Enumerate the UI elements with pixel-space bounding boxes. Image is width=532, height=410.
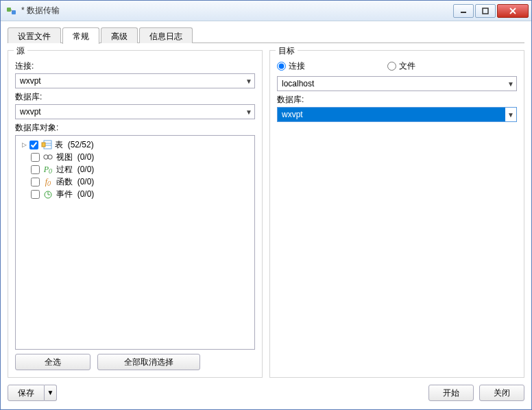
source-connection-input[interactable] <box>16 74 243 88</box>
events-label: 事件 <box>56 189 73 200</box>
tab-panel-general: 源 连接: ▼ 数据库: ▼ 数据库对象: <box>8 43 524 378</box>
chevron-down-icon: ▼ <box>505 111 516 119</box>
source-database-input[interactable] <box>16 105 243 119</box>
proc-icon: P() <box>43 164 53 175</box>
save-dropdown-button[interactable]: ▼ <box>45 385 57 401</box>
tables-checkbox[interactable] <box>29 141 38 149</box>
radio-connection[interactable]: 连接 <box>277 60 305 72</box>
tab-settings-file[interactable]: 设置文件 <box>8 27 61 43</box>
chevron-down-icon: ▼ <box>505 80 516 88</box>
app-icon <box>6 5 17 16</box>
radio-file-input[interactable] <box>387 62 396 71</box>
procs-count: (0/0) <box>77 165 95 174</box>
events-count: (0/0) <box>77 189 95 199</box>
funcs-label: 函数 <box>56 176 73 188</box>
window-title: * 数据传输 <box>21 5 452 16</box>
window: * 数据传输 设置文件 常规 高级 信息日志 源 连接: ▼ <box>0 0 532 410</box>
close-button[interactable] <box>497 4 529 18</box>
deselect-all-button[interactable]: 全部取消选择 <box>97 354 200 370</box>
target-connection-combo[interactable]: ▼ <box>277 76 517 91</box>
close-dialog-button[interactable]: 关闭 <box>479 385 524 401</box>
source-connection-label: 连接: <box>15 60 255 72</box>
svg-rect-1 <box>12 10 16 14</box>
tab-general[interactable]: 常规 <box>62 27 99 44</box>
target-database-input[interactable] <box>278 108 505 121</box>
tree-item-tables[interactable]: ▷ 表 (52/52) <box>17 138 253 151</box>
radio-file[interactable]: 文件 <box>387 60 415 72</box>
chevron-down-icon: ▼ <box>243 108 254 116</box>
views-checkbox[interactable] <box>31 153 40 162</box>
objects-tree[interactable]: ▷ 表 (52/52) 视图 (0/0) P() <box>15 135 255 350</box>
svg-rect-0 <box>7 8 11 12</box>
target-mode-radios: 连接 文件 <box>277 60 517 72</box>
titlebar[interactable]: * 数据传输 <box>1 1 531 21</box>
window-controls <box>452 4 529 18</box>
view-icon <box>43 152 53 162</box>
save-button[interactable]: 保存 <box>8 385 45 401</box>
funcs-count: (0/0) <box>77 177 95 186</box>
source-objects-label: 数据库对象: <box>15 122 255 134</box>
source-buttons: 全选 全部取消选择 <box>15 354 255 370</box>
procs-label: 过程 <box>56 164 73 176</box>
save-split-button[interactable]: 保存 ▼ <box>8 385 57 401</box>
target-connection-input[interactable] <box>278 77 505 91</box>
funcs-checkbox[interactable] <box>31 178 40 186</box>
func-icon: f() <box>43 176 53 187</box>
radio-connection-input[interactable] <box>277 62 286 71</box>
procs-checkbox[interactable] <box>31 165 40 174</box>
target-database-label: 数据库: <box>277 94 517 106</box>
chevron-down-icon: ▼ <box>243 77 254 85</box>
minimize-button[interactable] <box>453 4 474 18</box>
svg-point-11 <box>48 155 52 159</box>
target-database-combo[interactable]: ▼ <box>277 107 517 122</box>
svg-rect-9 <box>42 143 45 147</box>
tree-item-events[interactable]: 事件 (0/0) <box>17 188 253 200</box>
target-group: 目标 连接 文件 ▼ 数据库: ▼ <box>269 50 524 378</box>
tree-item-views[interactable]: 视图 (0/0) <box>17 151 253 163</box>
tables-count: (52/52) <box>68 140 94 149</box>
views-count: (0/0) <box>77 152 95 162</box>
tab-log[interactable]: 信息日志 <box>139 27 193 43</box>
select-all-button[interactable]: 全选 <box>15 354 90 370</box>
svg-point-10 <box>44 155 48 159</box>
footer: 保存 ▼ 开始 关闭 <box>8 378 524 402</box>
tree-item-procs[interactable]: P() 过程 (0/0) <box>17 163 253 176</box>
events-checkbox[interactable] <box>31 190 40 199</box>
source-group: 源 连接: ▼ 数据库: ▼ 数据库对象: <box>8 50 263 378</box>
target-legend: 目标 <box>276 45 298 57</box>
svg-rect-3 <box>483 8 488 14</box>
tables-label: 表 <box>55 139 63 151</box>
source-connection-combo[interactable]: ▼ <box>15 73 255 88</box>
start-button[interactable]: 开始 <box>428 385 474 401</box>
maximize-button[interactable] <box>475 4 496 18</box>
expand-icon[interactable]: ▷ <box>20 141 28 148</box>
client-area: 设置文件 常规 高级 信息日志 源 连接: ▼ 数据库: <box>1 21 531 409</box>
source-database-label: 数据库: <box>15 91 255 103</box>
source-database-combo[interactable]: ▼ <box>15 104 255 119</box>
views-label: 视图 <box>56 152 73 163</box>
source-legend: 源 <box>14 45 27 57</box>
tab-advanced[interactable]: 高级 <box>101 27 138 43</box>
tab-bar: 设置文件 常规 高级 信息日志 <box>8 27 524 43</box>
event-icon <box>43 189 53 200</box>
table-icon <box>41 139 52 150</box>
tree-item-funcs[interactable]: f() 函数 (0/0) <box>17 176 253 188</box>
